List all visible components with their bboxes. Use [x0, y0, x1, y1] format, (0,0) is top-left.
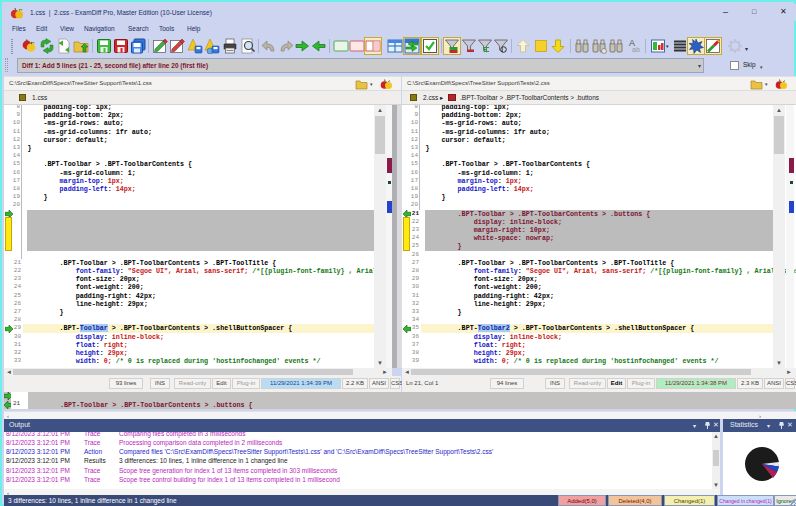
- svg-text:ab: ab: [632, 46, 640, 53]
